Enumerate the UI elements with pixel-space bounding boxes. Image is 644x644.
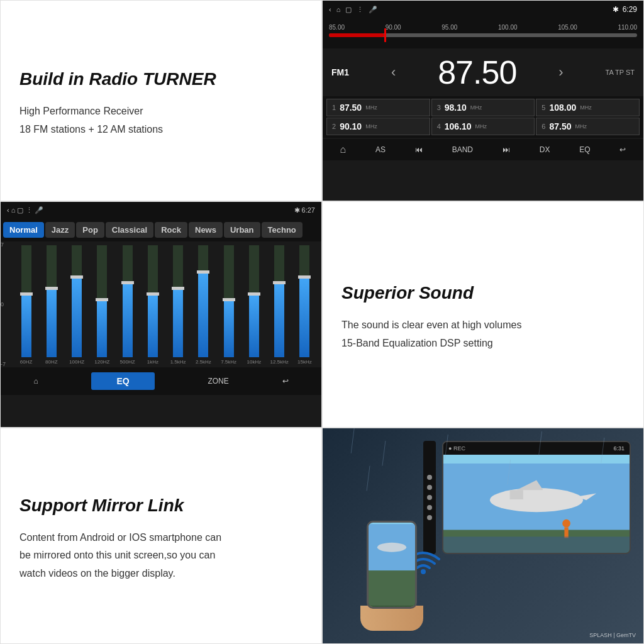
sidebar-dot-3 (427, 495, 432, 500)
tuner-label-1: 85.00 (329, 24, 345, 31)
eq-home-btn[interactable]: ⌂ (33, 377, 38, 386)
eq-freq-label-6: 1.5kHz (170, 359, 186, 365)
mirror-screen-inner: ● REC 6:31 (323, 428, 643, 643)
eq-mode-news[interactable]: News (189, 222, 223, 238)
eq-time: 6:27 (302, 206, 315, 214)
home-button[interactable]: ⌂ (340, 144, 346, 155)
dx-button[interactable]: DX (540, 145, 550, 154)
preset-4[interactable]: 4 106.10 MHz (431, 118, 535, 135)
eq-level-mid: 0 (1, 301, 9, 308)
preset-6[interactable]: 6 87.50 MHz (536, 118, 640, 135)
eq-bar-handle-3 (96, 298, 108, 301)
preset-freq-1: 87.50 (340, 103, 362, 113)
sound-desc-line2: 15-Band Equalization DSP setting (341, 335, 625, 353)
eq-mode-normal[interactable]: Normal (3, 222, 44, 238)
eq-mode-urban[interactable]: Urban (224, 222, 260, 238)
eq-bar-fill-4 (123, 284, 133, 357)
eq-bar-fill-9 (249, 296, 259, 357)
preset-2[interactable]: 2 90.10 MHz (326, 118, 430, 135)
eq-bar-track-6 (173, 245, 183, 357)
sound-title: Superior Sound (341, 282, 625, 304)
tuner-label-5: 105.00 (558, 24, 577, 31)
eq-mode-jazz[interactable]: Jazz (45, 222, 75, 238)
preset-freq-5: 108.00 (549, 103, 576, 113)
eq-bar-handle-0 (20, 292, 33, 296)
eq-zone-btn[interactable]: ZONE (208, 377, 228, 386)
preset-num-4: 4 (437, 123, 441, 130)
phone-device (367, 521, 417, 609)
preset-freq-6: 87.50 (549, 121, 571, 131)
car-unit-display: ● REC 6:31 (442, 441, 631, 554)
mirror-desc-line3: watch videos on the bigger display. (19, 565, 303, 583)
eq-bar-track-0 (21, 245, 31, 357)
preset-num-1: 1 (332, 104, 336, 111)
home-icon: ⌂ (336, 6, 341, 13)
bluetooth-icon: ✱ (613, 5, 619, 14)
next-track-button[interactable]: ⏭ (502, 145, 510, 154)
eq-mode-rock[interactable]: Rock (155, 222, 187, 238)
eq-bar-col-6: 1.5kHz (167, 245, 190, 365)
sound-text-section: Superior Sound The sound is clear even a… (322, 201, 644, 428)
eq-bar-handle-5 (147, 292, 159, 296)
back-button[interactable]: ↩ (619, 145, 626, 154)
preset-num-5: 5 (541, 104, 545, 111)
eq-eq-btn[interactable]: EQ (91, 372, 154, 390)
preset-freq-3: 98.10 (445, 103, 467, 113)
band-label: FM1 (331, 67, 349, 77)
svg-line-18 (367, 466, 370, 491)
eq-bar-col-2: 100HZ (65, 245, 89, 365)
eq-mode-techno[interactable]: Techno (262, 222, 303, 238)
car-screen (443, 455, 630, 554)
eq-chart: 7 0 -7 60HZ80HZ100HZ120HZ500HZ1kHz1.5kHz… (1, 242, 321, 367)
eq-bar-track-9 (249, 245, 259, 357)
tuner-label-4: 100.00 (498, 24, 518, 31)
eq-bar-handle-4 (121, 281, 134, 284)
eq-freq-label-0: 60HZ (20, 359, 33, 365)
mirror-text-section: Support Mirror Link Content from Android… (0, 428, 322, 644)
preset-5[interactable]: 5 108.00 MHz (536, 99, 640, 116)
mirror-title: Support Mirror Link (19, 495, 303, 516)
band-button[interactable]: BAND (452, 145, 473, 154)
eq-status-right: ✱ 6:27 (294, 206, 315, 214)
eq-mode-pop[interactable]: Pop (76, 222, 104, 238)
eq-back-icon: ‹ (7, 206, 9, 214)
eq-bar-track-1 (47, 245, 57, 357)
eq-freq-label-7: 2.5kHz (196, 359, 211, 365)
sound-desc-line1: The sound is clear even at high volumes (341, 316, 625, 335)
hand-shape (360, 606, 423, 631)
eq-bar-track-3 (97, 245, 107, 357)
eq-bar-track-4 (123, 245, 133, 357)
radio-status-left: ‹ ⌂ ▢ ⋮ 🎤 (329, 6, 377, 14)
svg-rect-8 (443, 536, 630, 554)
as-button[interactable]: AS (375, 145, 386, 154)
eq-freq-label-10: 12.5kHz (270, 359, 288, 365)
sidebar-dot-1 (427, 475, 432, 480)
eq-back-btn[interactable]: ↩ (282, 377, 289, 386)
sound-desc: The sound is clear even at high volumes … (341, 316, 625, 353)
back-icon: ‹ (329, 6, 331, 13)
eq-bar-handle-11 (298, 275, 311, 279)
preset-1[interactable]: 1 87.50 MHz (326, 99, 430, 116)
eq-bar-track-8 (224, 245, 234, 357)
preset-3[interactable]: 3 98.10 MHz (431, 99, 535, 116)
prev-track-button[interactable]: ⏮ (415, 145, 423, 154)
eq-menu-icon: ⋮ (26, 206, 33, 214)
phone-hand (360, 521, 423, 631)
eq-freq-label-9: 10kHz (247, 359, 262, 365)
prev-arrow[interactable]: ‹ (391, 64, 396, 80)
mic-icon: 🎤 (369, 6, 377, 14)
next-arrow[interactable]: › (558, 64, 563, 80)
eq-bar-fill-8 (224, 301, 234, 357)
eq-button[interactable]: EQ (579, 145, 590, 154)
mirror-desc-line1: Content from Android or IOS smartphone c… (19, 529, 303, 547)
brand-label: SPLASH | GemTV (589, 632, 636, 638)
eq-bar-col-0: 60HZ (14, 245, 38, 365)
eq-mic-icon: 🎤 (35, 206, 43, 214)
eq-bar-col-7: 2.5kHz (192, 245, 215, 365)
eq-mode-classical[interactable]: Classical (106, 222, 153, 238)
eq-screen: ‹ ⌂ ▢ ⋮ 🎤 ✱ 6:27 Normal Jazz Pop Classic… (0, 201, 322, 428)
eq-home-icon: ⌂ (11, 206, 16, 214)
eq-bar-fill-10 (274, 284, 284, 357)
eq-bluetooth-icon: ✱ (294, 206, 300, 214)
phone-screen (369, 523, 415, 607)
